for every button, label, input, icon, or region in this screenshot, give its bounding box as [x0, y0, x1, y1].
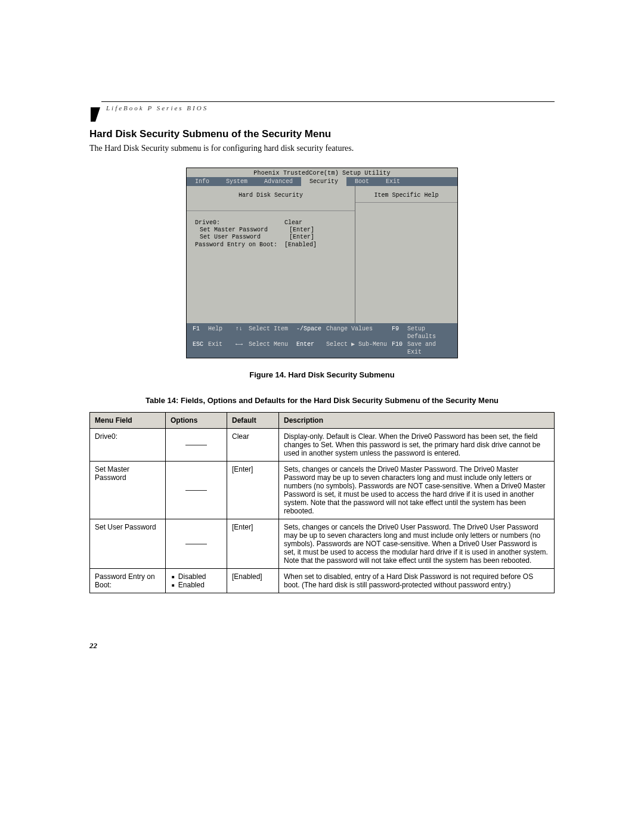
cell-options: ———	[166, 462, 227, 519]
table-header: Default	[227, 413, 279, 429]
page-corner-mark	[91, 107, 100, 122]
option-item: Enabled	[172, 581, 222, 589]
cell-description: Sets, changes or cancels the Drive0 Mast…	[279, 462, 555, 519]
cell-options: ———	[166, 429, 227, 462]
table-row: Password Entry on Boot:DisabledEnabled[E…	[90, 569, 555, 593]
cell-options: ———	[166, 519, 227, 569]
table-row: Set User Password———[Enter]Sets, changes…	[90, 519, 555, 569]
cell-menu-field: Set Master Password	[90, 462, 166, 519]
bios-menu-item: System	[218, 177, 256, 186]
bios-field-value: [Enabled]	[284, 241, 317, 248]
running-head: LifeBook P Series BIOS	[106, 104, 555, 112]
table-row: Set Master Password———[Enter]Sets, chang…	[90, 462, 555, 519]
bios-field-value: Clear	[284, 219, 302, 226]
bios-menu-item: Security	[301, 177, 346, 186]
bios-field-label: Set Master Password	[195, 227, 289, 233]
bios-menu-bar: InfoSystemAdvancedSecurityBootExit	[187, 177, 457, 186]
cell-default: Clear	[227, 429, 279, 462]
table-header: Description	[279, 413, 555, 429]
cell-description: Display-only. Default is Clear. When the…	[279, 429, 555, 462]
bios-menu-item: Exit	[377, 177, 408, 186]
cell-description: When set to disabled, entry of a Hard Di…	[279, 569, 555, 593]
cell-options: DisabledEnabled	[166, 569, 227, 593]
bios-menu-item: Advanced	[256, 177, 301, 186]
bios-screenshot: Phoenix TrustedCore(tm) Setup Utility In…	[186, 168, 458, 358]
bios-field-label: Set User Password	[195, 234, 289, 240]
cell-default: [Enabled]	[227, 569, 279, 593]
intro-paragraph: The Hard Disk Security submenu is for co…	[89, 144, 555, 153]
table-caption: Table 14: Fields, Options and Defaults f…	[89, 396, 555, 405]
bios-field-value: [Enter]	[289, 234, 314, 240]
bios-menu-item: Info	[187, 177, 218, 186]
bios-title: Phoenix TrustedCore(tm) Setup Utility	[187, 168, 457, 177]
cell-default: [Enter]	[227, 462, 279, 519]
cell-description: Sets, changes or cancels the Drive0 User…	[279, 519, 555, 569]
bios-help-title: Item Specific Help	[360, 192, 453, 199]
cell-menu-field: Set User Password	[90, 519, 166, 569]
bios-field-label: Drive0:	[195, 219, 284, 226]
cell-menu-field: Drive0:	[90, 429, 166, 462]
bios-menu-item: Boot	[346, 177, 377, 186]
bios-field-value: [Enter]	[289, 227, 314, 233]
table-row: Drive0:———ClearDisplay-only. Default is …	[90, 429, 555, 462]
bios-footer: F1 Help ↑↓ Select Item -/Space Change Va…	[187, 323, 457, 358]
figure-caption: Figure 14. Hard Disk Security Submenu	[89, 370, 555, 379]
fields-table: Menu FieldOptionsDefaultDescription Driv…	[89, 412, 555, 593]
table-header: Menu Field	[90, 413, 166, 429]
page-number: 22	[89, 641, 555, 651]
option-item: Disabled	[172, 572, 222, 581]
table-header: Options	[166, 413, 227, 429]
section-title: Hard Disk Security Submenu of the Securi…	[89, 128, 555, 140]
bios-field-label: Password Entry on Boot:	[195, 241, 284, 248]
bios-panel-title: Hard Disk Security	[195, 192, 346, 199]
cell-menu-field: Password Entry on Boot:	[90, 569, 166, 593]
cell-default: [Enter]	[227, 519, 279, 569]
